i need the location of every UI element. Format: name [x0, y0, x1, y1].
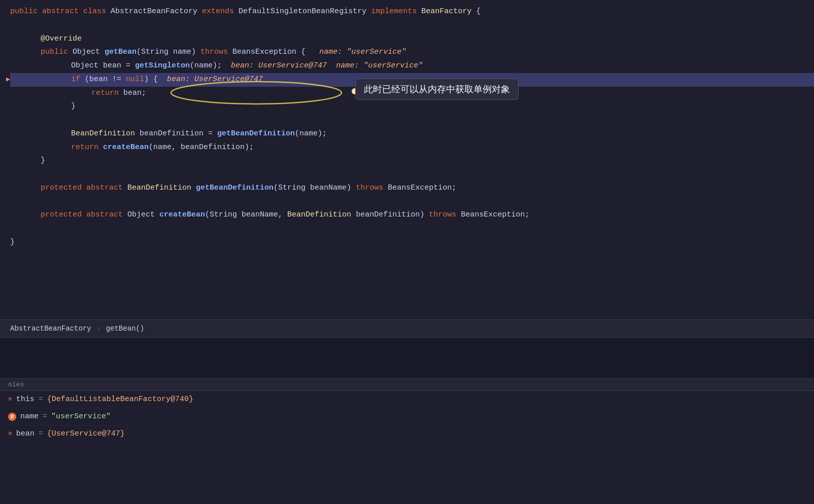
breadcrumb-bar: AbstractBeanFactory › getBean()	[0, 319, 814, 338]
type-beandef2: BeanDefinition	[287, 209, 356, 222]
var-icon-stack-this: ≡	[8, 395, 12, 403]
kw-abstract3: abstract	[86, 209, 127, 222]
var-name-name: name	[20, 412, 39, 421]
ret-obj: Object	[127, 209, 159, 222]
vars-header: oles	[0, 379, 814, 391]
var-bean-ret: bean;	[123, 87, 146, 100]
brace-close-if: }	[71, 100, 76, 113]
breadcrumb-sep: ›	[96, 325, 101, 333]
var-icon-p-name: p	[8, 413, 16, 421]
debug-name-2: name: "userService"	[327, 60, 423, 73]
exc-beansexc-1: BeansException;	[388, 182, 456, 195]
kw-abstract2: abstract	[86, 182, 127, 195]
close-cond: ) {	[144, 74, 162, 86]
var-eq-this: =	[39, 395, 43, 404]
return-type: Object	[73, 46, 105, 59]
method-abstract-createbean: createBean	[159, 209, 205, 222]
kw-null: null	[126, 74, 144, 86]
line-empty-2	[10, 114, 814, 127]
parent-class: DefaultSingletonBeanRegistry	[239, 6, 371, 18]
var-beandef: beanDefinition =	[140, 128, 217, 140]
method-abstract-getbeandef: getBeanDefinition	[196, 182, 274, 195]
vars-panel: oles ≡ this = {DefaultListableBeanFactor…	[0, 378, 814, 504]
line-getsingleton: Object bean = getSingleton(name); bean: …	[10, 59, 814, 73]
vars-header-text: oles	[8, 381, 24, 388]
var-val-bean: {UserService@747}	[47, 429, 125, 438]
var-val-this: {DefaultListableBeanFactory@740}	[47, 395, 193, 404]
kw-return: return	[91, 87, 123, 100]
method-createbean: createBean	[103, 141, 149, 154]
params-getbean: (String name)	[137, 46, 200, 59]
line-1: public abstract class AbstractBeanFactor…	[10, 5, 814, 19]
var-eq-bean: =	[39, 429, 43, 438]
kw-abstract: abstract	[42, 6, 83, 18]
exc-beansexc-2: BeansException;	[461, 209, 529, 222]
call-beandef: (name);	[295, 128, 327, 140]
brace-close-method: }	[41, 155, 45, 167]
debug-bean-oval-text: bean: UserService@747	[162, 74, 263, 86]
call-parens: (name);	[190, 60, 222, 73]
editor-area: public abstract class AbstractBeanFactor…	[0, 0, 814, 319]
kw-throws: throws	[200, 46, 232, 59]
kw-throws3: throws	[429, 209, 461, 222]
var-eq-name: =	[43, 412, 47, 421]
kw-return2: return	[71, 141, 103, 154]
line-createbean: return createBean(name, beanDefinition);	[10, 141, 814, 155]
kw-extends: extends	[202, 6, 239, 18]
divider-area	[0, 338, 814, 378]
type-beandef: BeanDefinition	[71, 128, 140, 140]
var-name-this: this	[16, 395, 35, 404]
breadcrumb-class: AbstractBeanFactory	[10, 325, 91, 333]
var-name-bean: bean	[16, 429, 35, 438]
line-empty-4	[10, 195, 814, 209]
ret-beandef: BeanDefinition	[127, 182, 196, 195]
method-getbean: getBean	[105, 46, 137, 59]
brace-close-class: }	[10, 236, 15, 249]
open-brace-1: {	[476, 6, 481, 18]
var-val-name: "userService"	[51, 412, 111, 421]
line-empty-5	[10, 222, 814, 236]
var-row-bean: ≡ bean = {UserService@747}	[0, 425, 814, 443]
kw-throws2: throws	[356, 182, 388, 195]
kw-public: public	[10, 6, 42, 18]
interface-name: BeanFactory	[421, 6, 476, 18]
breadcrumb-method: getBean()	[106, 325, 145, 333]
line-close-class: }	[10, 236, 814, 249]
line-getbean-sig: public Object getBean(String name) throw…	[10, 46, 814, 59]
obj-type: Object bean =	[71, 60, 135, 73]
kw-implements: implements	[371, 6, 421, 18]
line-beandef: BeanDefinition beanDefinition = getBeanD…	[10, 127, 814, 141]
var-row-this: ≡ this = {DefaultListableBeanFactory@740…	[0, 391, 814, 408]
param-beandef: beanDefinition)	[356, 209, 429, 222]
method-getsingleton: getSingleton	[135, 60, 190, 73]
exception-beans: BeansException {	[232, 46, 310, 59]
var-row-name: p name = "userService"	[0, 408, 814, 425]
tooltip-box: 此时已经可以从内存中获取单例对象	[355, 79, 519, 100]
params-abstract-getbeandef: (String beanName)	[274, 182, 356, 195]
code-block: public abstract class AbstractBeanFactor…	[0, 0, 814, 255]
tooltip-text: 此时已经可以从内存中获取单例对象	[364, 83, 510, 95]
line-abstract-createbean: protected abstract Object createBean(Str…	[10, 208, 814, 222]
call-createbean: (name, beanDefinition);	[149, 141, 254, 154]
line-abstract-getbeandef: protected abstract BeanDefinition getBea…	[10, 182, 814, 195]
kw-protected2: protected	[41, 209, 86, 222]
line-empty-1	[10, 19, 814, 32]
kw-class: class	[83, 6, 111, 18]
class-name: AbstractBeanFactory	[111, 6, 202, 18]
line-close-if: }	[10, 100, 814, 114]
kw-if: if	[71, 74, 85, 86]
kw-public2: public	[41, 46, 73, 59]
var-icon-stack-bean: ≡	[8, 430, 12, 438]
debug-bean-747-1: bean: UserService@747	[222, 60, 327, 73]
condition: (bean !=	[85, 74, 126, 86]
line-override: @Override	[10, 32, 814, 46]
line-close-method: }	[10, 154, 814, 168]
annotation-override: @Override	[41, 33, 82, 46]
line-arrow: ▶	[6, 74, 10, 85]
method-getbeandef: getBeanDefinition	[217, 128, 295, 140]
kw-protected: protected	[41, 182, 86, 195]
line-empty-3	[10, 168, 814, 182]
debug-name-userservice: name: "userService"	[310, 46, 406, 59]
params-abstract-createbean: (String beanName,	[205, 209, 287, 222]
